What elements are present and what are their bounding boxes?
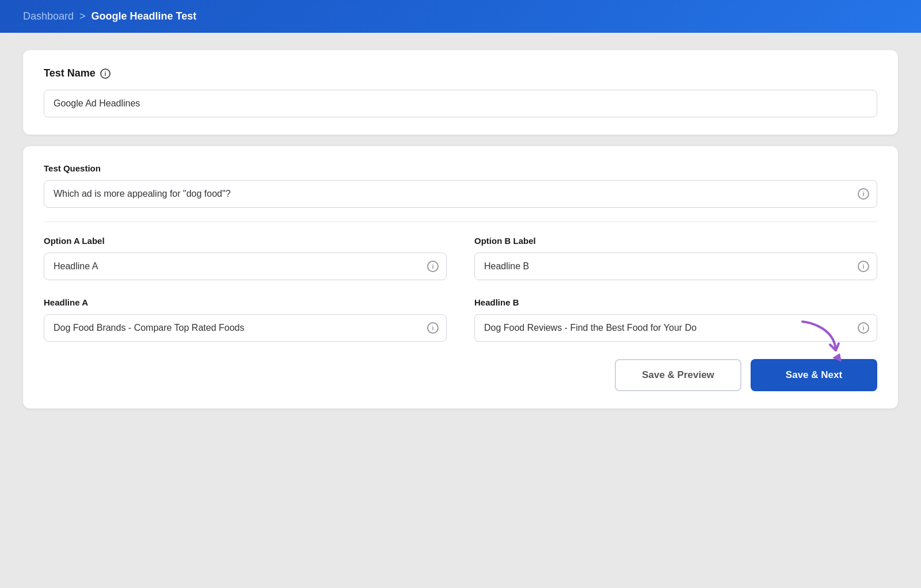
save-next-button[interactable]: Save & Next — [751, 359, 877, 391]
save-preview-button[interactable]: Save & Preview — [615, 359, 741, 391]
option-a-label-text: Option A Label — [44, 236, 447, 246]
option-b-headline-label: Headline B — [474, 297, 877, 307]
test-question-field-wrapper: i — [44, 180, 877, 208]
breadcrumb-separator: > — [79, 10, 86, 22]
option-b-label-input[interactable] — [474, 253, 877, 280]
option-b-label-field-wrapper: i — [474, 253, 877, 280]
breadcrumb: Dashboard > Google Headline Test — [23, 10, 196, 22]
option-b-label-row: Option B Label i — [474, 236, 877, 280]
test-name-input[interactable] — [44, 90, 877, 117]
header: Dashboard > Google Headline Test — [0, 0, 921, 33]
breadcrumb-current: Google Headline Test — [92, 10, 197, 22]
option-a-label-field-wrapper: i — [44, 253, 447, 280]
option-a-label-row: Option A Label i — [44, 236, 447, 280]
main-content: Test Name i Test Question i Option A Lab… — [0, 33, 921, 426]
test-question-card: Test Question i Option A Label i — [23, 146, 898, 408]
options-row: Option A Label i Headline A i — [44, 236, 877, 342]
divider — [44, 222, 877, 222]
option-a-label-input[interactable] — [44, 253, 447, 280]
test-name-label-text: Test Name — [44, 67, 96, 79]
option-b-column: Option B Label i Headline B i — [474, 236, 877, 342]
option-b-headline-input[interactable] — [474, 314, 877, 342]
option-a-headline-row: Headline A i — [44, 297, 447, 342]
option-b-headline-field-wrapper: i — [474, 314, 877, 342]
option-a-headline-label: Headline A — [44, 297, 447, 307]
test-name-info-icon[interactable]: i — [100, 68, 111, 79]
test-question-label: Test Question — [44, 163, 877, 173]
option-a-headline-field-wrapper: i — [44, 314, 447, 342]
option-b-headline-row: Headline B i — [474, 297, 877, 342]
option-a-column: Option A Label i Headline A i — [44, 236, 447, 342]
option-a-headline-input[interactable] — [44, 314, 447, 342]
test-question-input[interactable] — [44, 180, 877, 208]
test-name-label-row: Test Name i — [44, 67, 877, 79]
breadcrumb-dashboard[interactable]: Dashboard — [23, 10, 74, 22]
buttons-row: Save & Preview Save & Next — [44, 359, 877, 391]
option-b-label-text: Option B Label — [474, 236, 877, 246]
test-name-card: Test Name i — [23, 50, 898, 135]
